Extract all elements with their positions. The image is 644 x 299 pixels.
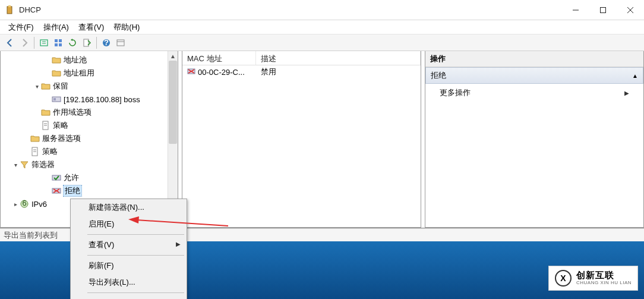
doc-icon (30, 147, 40, 156)
tree-item[interactable]: 策略 (1, 145, 178, 158)
tree-item-label: 策略 (53, 120, 68, 131)
expander-open-icon[interactable]: ▾ (11, 162, 20, 168)
menu-file[interactable]: 文件(F) (5, 21, 37, 34)
maximize-button[interactable] (589, 1, 617, 20)
nav-back-button[interactable] (4, 36, 17, 49)
context-menu-item[interactable]: 启用(E) (71, 216, 187, 232)
titlebar: DHCP (0, 0, 644, 20)
svg-rect-1 (8, 5, 11, 7)
tree-item-label: [192.168.100.88] boss (64, 95, 140, 104)
svg-rect-12 (59, 43, 62, 46)
cell-desc: 禁用 (256, 67, 421, 77)
svg-rect-3 (601, 7, 606, 12)
toolbar-separator (96, 37, 97, 49)
folder-icon (52, 68, 61, 78)
tree-item-label: 保留 (53, 81, 68, 92)
tree-item-label: 允许 (64, 172, 79, 183)
tree-item-label: 策略 (42, 146, 58, 157)
svg-rect-9 (55, 39, 58, 42)
app-icon (5, 5, 14, 15)
toolbar-help-button[interactable]: ? (100, 36, 113, 49)
expander-closed-icon[interactable]: ▸ (11, 201, 20, 207)
chevron-right-icon: ▶ (176, 241, 181, 247)
menubar: 文件(F) 操作(A) 查看(V) 帮助(H) (0, 20, 644, 34)
actions-more-label: 更多操作 (440, 87, 471, 98)
tree-item-label: IPv6 (31, 200, 47, 209)
column-desc[interactable]: 描述 (256, 51, 421, 65)
tree-item[interactable]: 地址租用 (1, 67, 178, 80)
menu-action[interactable]: 操作(A) (40, 21, 72, 34)
allow-icon (52, 173, 61, 182)
actions-pane: 操作 拒绝 ▲ 更多操作 ▶ (425, 51, 644, 228)
actions-category-label: 拒绝 (431, 70, 446, 81)
status-text: 导出当前列表到 (4, 231, 58, 240)
svg-rect-19 (53, 98, 56, 100)
deny-icon (52, 186, 61, 196)
svg-rect-6 (40, 40, 48, 46)
nav-forward-button[interactable] (18, 36, 31, 49)
tree-item-label: 地址租用 (64, 68, 94, 78)
context-menu-item[interactable]: 刷新(F) (71, 257, 187, 274)
svg-rect-16 (117, 40, 124, 46)
tree-item[interactable]: 拒绝 (1, 184, 178, 197)
tree-item[interactable]: ▾筛选器 (1, 158, 178, 171)
context-menu-item[interactable]: 导出列表(L)... (71, 274, 187, 291)
toolbar-export-button[interactable] (80, 36, 93, 49)
tree-item-label: 拒绝 (64, 185, 81, 196)
toolbar: ? (0, 34, 644, 51)
ipv6-icon: 6 (20, 199, 29, 209)
scroll-up-icon[interactable]: ▲ (168, 51, 178, 61)
folder-icon (41, 108, 50, 117)
folder-icon (30, 134, 40, 143)
context-menu: 新建筛选器(N)...启用(E)查看(V)▶刷新(F)导出列表(L)...帮助(… (70, 199, 187, 299)
toolbar-props-button[interactable] (114, 36, 127, 49)
list-row[interactable]: 00-0C-29-C... 禁用 (182, 65, 421, 78)
svg-rect-11 (55, 43, 58, 46)
window-title: DHCP (19, 5, 562, 14)
card-icon (52, 95, 61, 104)
minimize-button[interactable] (562, 1, 589, 20)
toolbar-refresh-button[interactable] (66, 36, 79, 49)
menu-separator (87, 234, 184, 235)
tree-item[interactable]: 作用域选项 (1, 106, 178, 119)
context-menu-item[interactable]: 帮助(H) (71, 295, 187, 299)
folder-icon (41, 81, 50, 91)
tree-item[interactable]: 允许 (1, 171, 178, 184)
cell-mac: 00-0C-29-C... (182, 67, 256, 77)
list-pane: MAC 地址 描述 00-0C-29-C... 禁用 (182, 51, 421, 228)
close-button[interactable] (617, 1, 644, 20)
doc-icon (41, 121, 50, 130)
tree-item[interactable]: ▾保留 (1, 80, 178, 93)
actions-more[interactable]: 更多操作 ▶ (425, 84, 643, 102)
toolbar-action-button[interactable] (37, 36, 50, 49)
watermark-en: CHUANG XIN HU LIAN (576, 281, 632, 286)
menu-help[interactable]: 帮助(H) (110, 21, 143, 34)
column-mac[interactable]: MAC 地址 (182, 51, 256, 65)
deny-icon (187, 67, 195, 77)
list-header: MAC 地址 描述 (182, 51, 421, 65)
expander-open-icon[interactable]: ▾ (33, 83, 41, 90)
actions-header: 操作 (425, 51, 643, 67)
context-menu-item[interactable]: 新建筛选器(N)... (71, 199, 187, 216)
menu-separator (87, 292, 184, 293)
collapse-icon: ▲ (632, 73, 638, 79)
toolbar-view-button[interactable] (52, 36, 65, 49)
tree-item[interactable]: [192.168.100.88] boss (1, 93, 178, 106)
chevron-right-icon: ▶ (624, 90, 629, 96)
context-menu-item[interactable]: 查看(V)▶ (71, 237, 187, 253)
tree-item[interactable]: 服务器选项 (1, 132, 178, 145)
scroll-thumb[interactable] (169, 61, 177, 144)
actions-category[interactable]: 拒绝 ▲ (425, 67, 643, 84)
menu-view[interactable]: 查看(V) (75, 21, 108, 34)
folder-icon (52, 55, 61, 65)
svg-rect-13 (84, 39, 89, 46)
tree-item-label: 筛选器 (31, 159, 55, 170)
tree-item[interactable]: 地址池 (1, 53, 178, 67)
tree-item[interactable]: 策略 (1, 119, 178, 132)
menu-separator (87, 255, 184, 256)
tree-item-label: 服务器选项 (42, 133, 81, 144)
filter-icon (20, 160, 29, 169)
watermark-logo: X (555, 270, 572, 287)
toolbar-separator (34, 37, 34, 49)
watermark: X 创新互联 CHUANG XIN HU LIAN (548, 266, 638, 291)
